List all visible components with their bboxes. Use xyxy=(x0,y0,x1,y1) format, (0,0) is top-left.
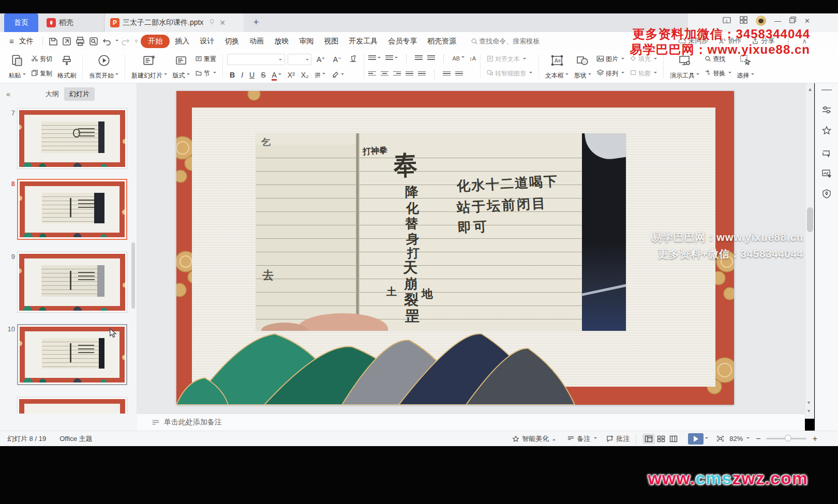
bullets-button[interactable] xyxy=(368,54,381,63)
play-slideshow-button[interactable] xyxy=(688,433,704,445)
text-direction-button[interactable]: AB xyxy=(452,55,465,62)
next-slide-icon[interactable]: ▾ xyxy=(807,408,810,414)
textbox-button[interactable]: A≡ 文本框 xyxy=(543,51,571,82)
undo-caret[interactable] xyxy=(115,40,118,43)
tab-docer[interactable]: 稻壳 xyxy=(41,13,104,32)
export-icon[interactable] xyxy=(62,36,72,47)
slide-thumb-9[interactable]: 9 xyxy=(17,252,127,313)
paste-button[interactable]: 粘贴 xyxy=(6,51,28,82)
menu-slideshow[interactable]: 放映 xyxy=(269,35,294,48)
format-painter-button[interactable]: 格式刷 xyxy=(55,51,78,82)
increase-font-button[interactable]: A⁺ xyxy=(314,55,328,64)
copy-button[interactable]: 复制 xyxy=(29,68,54,79)
command-search[interactable] xyxy=(467,35,565,48)
slide-thumb-11[interactable]: 11 xyxy=(17,397,127,415)
notes-bar[interactable]: 单击此处添加备注 xyxy=(137,414,805,431)
close-tab-icon[interactable]: ✕ xyxy=(219,19,226,27)
fit-slide-icon[interactable] xyxy=(716,435,724,442)
underline-button[interactable]: U xyxy=(247,71,257,79)
strike-button[interactable]: S xyxy=(258,71,268,79)
beautify-button[interactable]: 智能美化 xyxy=(512,434,556,444)
search-input[interactable] xyxy=(478,37,561,45)
close-window-icon[interactable]: ✕ xyxy=(804,17,810,25)
tab-document[interactable]: P 三太子二部水印课件.pptx ✕ xyxy=(105,13,244,32)
zoom-value[interactable]: 82% xyxy=(729,435,750,442)
menu-start[interactable]: 开始 xyxy=(141,35,170,48)
align-right-button[interactable] xyxy=(393,70,401,79)
collapse-panel-icon[interactable]: « xyxy=(6,90,10,98)
tab-grid-icon[interactable] xyxy=(740,16,747,25)
notebook-photo[interactable]: 乞 去 打神拳 奉 降 化 替 身 打 天 崩 裂 地 土 罡 化水十二道喝下 … xyxy=(256,133,626,331)
play-from-page-button[interactable]: 当页开始 xyxy=(87,51,121,82)
view-sorter-icon[interactable] xyxy=(655,434,667,444)
font-size-select[interactable] xyxy=(288,54,311,65)
undo-icon[interactable] xyxy=(102,36,112,47)
tab-outline[interactable]: 大纲 xyxy=(40,87,64,101)
pin-icon[interactable] xyxy=(208,19,215,27)
subscript-button[interactable]: X₂ xyxy=(298,71,311,79)
numbering-button[interactable] xyxy=(385,54,398,63)
slide-thumb-8-selected[interactable]: 8 xyxy=(17,179,127,240)
print-icon[interactable] xyxy=(75,36,85,47)
menu-docer-res[interactable]: 稻壳资源 xyxy=(422,35,461,48)
highlight-button[interactable] xyxy=(329,71,347,79)
phonetic-guide-button[interactable]: 拼 xyxy=(312,71,328,79)
minimize-icon[interactable]: — xyxy=(774,17,781,25)
notes-toggle-button[interactable]: 备注 xyxy=(567,434,597,444)
save-icon[interactable] xyxy=(48,36,58,47)
bold-button[interactable]: B xyxy=(227,71,237,79)
shield-icon[interactable] xyxy=(821,189,832,201)
menu-design[interactable]: 设计 xyxy=(194,35,219,48)
menu-transition[interactable]: 切换 xyxy=(219,35,244,48)
zoom-out-button[interactable]: − xyxy=(756,434,760,444)
justify-button[interactable] xyxy=(406,70,413,79)
menu-review[interactable]: 审阅 xyxy=(294,35,319,48)
line-spacing-button[interactable]: ↕A xyxy=(469,55,476,62)
shape-button[interactable]: 形状 xyxy=(572,51,593,82)
comments-button[interactable]: 批注 xyxy=(606,434,630,444)
align-text-button[interactable]: 对齐文本 xyxy=(485,54,534,65)
italic-button[interactable]: I xyxy=(238,71,246,79)
tab-slides[interactable]: 幻灯片 xyxy=(64,87,95,101)
arrange-button[interactable]: 排列 xyxy=(594,68,626,79)
clear-format-icon[interactable] xyxy=(347,55,360,64)
font-family-select[interactable] xyxy=(227,54,285,65)
panel-scrollbar[interactable] xyxy=(131,242,135,309)
new-tab-button[interactable]: + xyxy=(249,16,263,29)
picture-button[interactable]: 图片 xyxy=(594,54,626,65)
new-slide-button[interactable]: 新建幻灯片 xyxy=(129,51,169,82)
zoom-in-button[interactable]: + xyxy=(813,434,817,444)
view-normal-icon[interactable] xyxy=(642,434,655,444)
distribute-button[interactable] xyxy=(418,70,426,79)
decrease-font-button[interactable]: A⁻ xyxy=(331,55,345,64)
menu-animation[interactable]: 动画 xyxy=(244,35,269,48)
align-center-button[interactable] xyxy=(381,70,388,79)
scrollbar-thumb[interactable] xyxy=(807,207,813,232)
zoom-knob[interactable] xyxy=(785,435,791,441)
tab-home[interactable]: 首页 xyxy=(4,13,38,32)
view-reading-icon[interactable] xyxy=(667,434,680,444)
menu-member[interactable]: 会员专享 xyxy=(383,35,422,48)
image-edit-icon[interactable] xyxy=(821,168,832,180)
zoom-slider[interactable] xyxy=(766,438,806,439)
smart-graphic-button[interactable]: 转智能图形 xyxy=(485,68,534,79)
slide-thumb-7[interactable]: 7 xyxy=(17,108,127,169)
menu-insert[interactable]: 插入 xyxy=(170,35,194,48)
menu-devtools[interactable]: 开发工具 xyxy=(343,35,383,48)
cut-button[interactable]: 剪切 xyxy=(29,54,54,65)
outline-button[interactable]: 轮廓 xyxy=(627,68,659,79)
loop-icon[interactable] xyxy=(821,147,832,160)
restore-tab-icon[interactable]: 1 xyxy=(722,17,731,25)
scroll-up-icon[interactable]: ▲ xyxy=(807,86,813,92)
menu-view[interactable]: 视图 xyxy=(319,35,343,48)
replace-button[interactable]: B替换 xyxy=(702,68,734,79)
restore-window-icon[interactable] xyxy=(789,17,796,25)
theme-name[interactable]: Office 主题 xyxy=(59,434,92,444)
slide-thumb-10[interactable]: 10 xyxy=(17,324,127,385)
avatar[interactable] xyxy=(756,16,766,26)
properties-icon[interactable] xyxy=(821,105,832,117)
superscript-button[interactable]: X² xyxy=(285,71,297,79)
font-color-button[interactable]: A xyxy=(269,71,283,79)
play-options-caret[interactable] xyxy=(705,437,708,440)
layout-button[interactable]: 版式 xyxy=(170,51,192,82)
